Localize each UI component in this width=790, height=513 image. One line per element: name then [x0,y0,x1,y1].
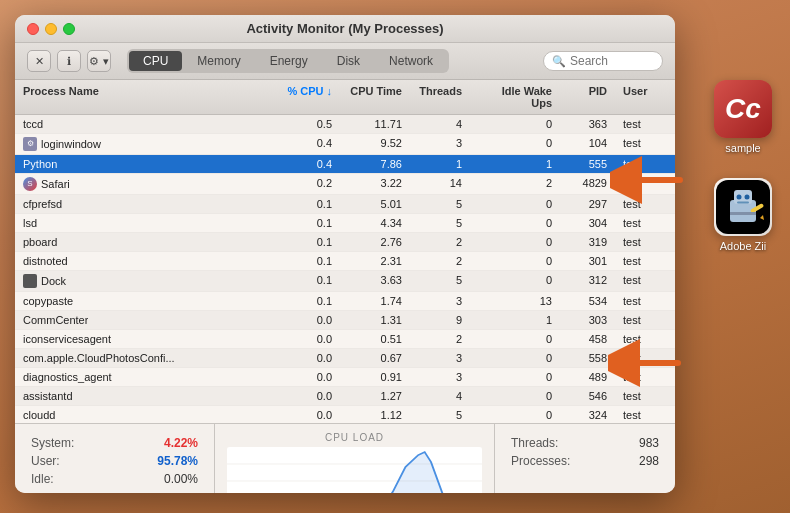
tab-memory[interactable]: Memory [183,51,254,71]
stats-panel: System: 4.22% User: 95.78% Idle: 0.00% [15,424,215,493]
activity-monitor-window: Activity Monitor (My Processes) ✕ ℹ ⚙ ▾ … [15,15,675,493]
idle_wakeups-cell: 0 [470,196,560,212]
cpu-cell: 0.1 [270,253,340,269]
cpu_time-cell: 1.31 [340,312,410,328]
threads-cell: 5 [410,407,470,423]
tab-network[interactable]: Network [375,51,447,71]
cpu_time-cell: 0.51 [340,331,410,347]
close-button[interactable] [27,23,39,35]
table-row[interactable]: SSafari0.23.221424829test [15,174,675,195]
cpu-cell: 0.2 [270,175,340,193]
col-user[interactable]: User [615,83,675,111]
user-cell: test [615,272,675,290]
col-cpu[interactable]: % CPU ↓ [270,83,340,111]
pid-cell: 534 [560,293,615,309]
adobe-zii-app-icon[interactable]: Adobe Zii [714,178,772,252]
process-name-cell: ⚙loginwindow [15,135,270,153]
threads-cell: 3 [410,350,470,366]
cpu_time-cell: 1.12 [340,407,410,423]
col-idle-wakeups[interactable]: Idle Wake Ups [470,83,560,111]
user-cell: test [615,388,675,404]
col-threads[interactable]: Threads [410,83,470,111]
user-cell: test [615,293,675,309]
login-icon: ⚙ [23,137,37,151]
table-row[interactable]: distnoted0.12.3120301test [15,252,675,271]
cpu-cell: 0.0 [270,350,340,366]
process-name-cell: iconservicesagent [15,331,270,347]
cpu-cell: 0.1 [270,234,340,250]
idle-stat-row: Idle: 0.00% [31,472,198,486]
pid-cell: 297 [560,196,615,212]
threads-cell: 2 [410,253,470,269]
cpu_time-cell: 3.63 [340,272,410,290]
cpu-cell: 0.0 [270,312,340,328]
table-header: Process Name % CPU ↓ CPU Time Threads Id… [15,80,675,115]
table-row[interactable]: tccd0.511.7140363test [15,115,675,134]
cpu_time-cell: 5.01 [340,196,410,212]
gear-icon-btn[interactable]: ⚙ ▾ [87,50,111,72]
table-row[interactable]: ⚙loginwindow0.49.5230104test [15,134,675,155]
threads-cell: 3 [410,293,470,309]
table-row[interactable]: iconservicesagent0.00.5120458test [15,330,675,349]
idle-value: 0.00% [164,472,198,486]
col-pid[interactable]: PID [560,83,615,111]
search-box[interactable]: 🔍 [543,51,663,71]
cpu-cell: 0.0 [270,388,340,404]
process-name-cell: assistantd [15,388,270,404]
cpu_time-cell: 4.34 [340,215,410,231]
threads-cell: 5 [410,196,470,212]
cpu-cell: 0.4 [270,156,340,172]
traffic-lights [27,23,75,35]
pid-cell: 104 [560,135,615,153]
threads-cell: 4 [410,388,470,404]
table-row[interactable]: lsd0.14.3450304test [15,214,675,233]
arrow-bottom [608,338,688,388]
table-row[interactable]: copypaste0.11.74313534test [15,292,675,311]
cpu_time-cell: 3.22 [340,175,410,193]
process-name-cell: com.apple.CloudPhotosConfi... [15,350,270,366]
idle_wakeups-cell: 0 [470,331,560,347]
pid-cell: 363 [560,116,615,132]
col-process-name[interactable]: Process Name [15,83,270,111]
table-row[interactable]: com.apple.CloudPhotosConfi...0.00.673055… [15,349,675,368]
threads-cell: 5 [410,215,470,231]
table-row[interactable]: assistantd0.01.2740546test [15,387,675,406]
col-cpu-time[interactable]: CPU Time [340,83,410,111]
cpu-load-chart [227,447,482,493]
user-cell: test [615,116,675,132]
close-icon-btn[interactable]: ✕ [27,50,51,72]
table-row[interactable]: Dock0.13.6350312test [15,271,675,292]
process-name-cell: distnoted [15,253,270,269]
user-cell: test [615,253,675,269]
table-row[interactable]: CommCenter0.01.3191303test [15,311,675,330]
tab-energy[interactable]: Energy [256,51,322,71]
table-row[interactable]: diagnostics_agent0.00.9130489test [15,368,675,387]
process-name-cell: SSafari [15,175,270,193]
processes-value: 298 [639,454,659,468]
table-row[interactable]: cfprefsd0.15.0150297test [15,195,675,214]
search-input[interactable] [570,54,660,68]
cpu-cell: 0.1 [270,215,340,231]
maximize-button[interactable] [63,23,75,35]
svg-rect-0 [227,447,482,493]
threads-cell: 5 [410,272,470,290]
tab-group: CPU Memory Energy Disk Network [127,49,449,73]
svg-point-8 [737,195,742,200]
table-row[interactable]: pboard0.12.7620319test [15,233,675,252]
idle-label: Idle: [31,472,54,486]
process-name-cell: lsd [15,215,270,231]
cpu-cell: 0.0 [270,407,340,423]
table-body[interactable]: tccd0.511.7140363test⚙loginwindow0.49.52… [15,115,675,423]
table-row[interactable]: Python0.47.8611555test [15,155,675,174]
cpu-cell: 0.5 [270,116,340,132]
zii-label: Adobe Zii [720,240,766,252]
info-icon-btn[interactable]: ℹ [57,50,81,72]
table-row[interactable]: cloudd0.01.1250324test [15,406,675,423]
minimize-button[interactable] [45,23,57,35]
tab-cpu[interactable]: CPU [129,51,182,71]
sample-app-icon[interactable]: Cc sample [714,80,772,154]
threads-stat-row: Threads: 983 [511,436,659,450]
threads-cell: 3 [410,369,470,385]
tab-disk[interactable]: Disk [323,51,374,71]
cpu_time-cell: 7.86 [340,156,410,172]
